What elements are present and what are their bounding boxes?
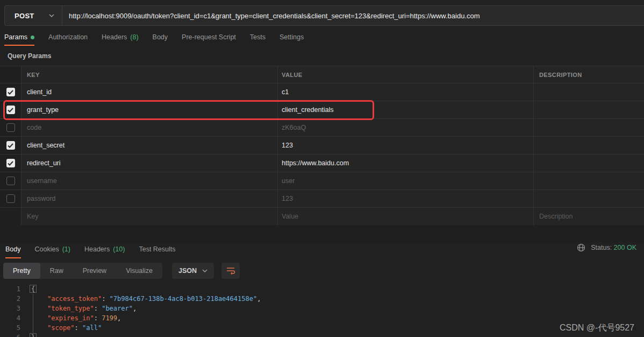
response-tab-cookies[interactable]: Cookies(1)	[35, 243, 70, 258]
query-params-label: Query Params	[8, 52, 51, 60]
code-line-5: 5"scope": "all"	[0, 323, 644, 333]
response-status: Status: 200 OK	[577, 243, 636, 252]
section-divider	[0, 225, 644, 242]
url-input[interactable]: http://localhost:9009/oauth/token?client…	[62, 6, 644, 25]
param-checkbox-checked[interactable]	[6, 141, 15, 150]
param-description-cell[interactable]	[534, 101, 644, 118]
param-description-cell[interactable]	[534, 190, 644, 207]
tab-label: Body	[153, 33, 168, 41]
line-number: 1	[0, 284, 20, 294]
url-text: http://localhost:9009/oauth/token?client…	[69, 12, 480, 20]
param-value-cell[interactable]: https://www.baidu.com	[278, 155, 534, 172]
tab-label: Headers	[102, 33, 127, 41]
chevron-down-icon	[49, 14, 54, 17]
code-line-1: 1{	[0, 284, 644, 294]
checkbox-cell	[0, 119, 22, 136]
line-number: 4	[0, 313, 20, 323]
tab-label: Settings	[280, 33, 304, 41]
code-content: "token_type": "bearer",	[47, 304, 137, 313]
param-checkbox-checked[interactable]	[6, 88, 15, 96]
fold-close-brace[interactable]: }	[30, 333, 37, 337]
response-view-bar: PrettyRawPreviewVisualize JSON	[3, 263, 240, 279]
response-tab-body[interactable]: Body	[5, 243, 21, 258]
chevron-down-icon	[202, 269, 207, 272]
header-description: DESCRIPTION	[534, 66, 644, 83]
param-value-cell[interactable]: 123	[278, 190, 534, 207]
tab-label: Test Results	[139, 245, 175, 253]
tab-settings[interactable]: Settings	[280, 32, 304, 46]
http-method-label: POST	[15, 12, 34, 20]
tab-headers[interactable]: Headers(8)	[102, 32, 139, 46]
param-description-cell[interactable]	[534, 119, 644, 136]
param-key-cell[interactable]: code	[22, 119, 278, 136]
header-value: VALUE	[278, 66, 534, 83]
code-line-2: 2"access_token": "7b984c67-138b-4ac8-b01…	[0, 294, 644, 304]
header-checkbox-cell	[0, 66, 22, 83]
checkbox-cell	[0, 190, 22, 207]
param-description-cell[interactable]	[534, 155, 644, 172]
tab-label: Params	[4, 33, 27, 41]
param-description-cell[interactable]	[534, 83, 644, 101]
param-key-cell[interactable]: client_secret	[22, 137, 278, 154]
param-description-cell[interactable]: Description	[534, 208, 644, 225]
fold-open-brace[interactable]: {	[30, 285, 37, 293]
format-select[interactable]: JSON	[172, 263, 214, 279]
wrap-lines-icon	[226, 267, 235, 275]
param-key-cell[interactable]: redirect_uri	[22, 155, 278, 172]
param-key-cell[interactable]: username	[22, 172, 278, 189]
request-tabs: ParamsAuthorizationHeaders(8)BodyPre-req…	[4, 32, 644, 47]
tab-count-badge: (10)	[113, 245, 125, 253]
param-row-username: usernameuser	[0, 172, 644, 190]
code-content: "expires_in": 7199,	[47, 313, 121, 323]
param-checkbox-checked[interactable]	[6, 106, 15, 114]
line-number: 3	[0, 304, 20, 313]
param-description-cell[interactable]	[534, 172, 644, 189]
param-key-cell[interactable]: grant_type	[22, 101, 278, 118]
param-row-code: codezK6oaQ	[0, 119, 644, 137]
globe-icon[interactable]	[577, 243, 585, 252]
tab-label: Pre-request Script	[182, 33, 236, 41]
checkbox-cell	[0, 83, 22, 101]
param-value-cell[interactable]: user	[278, 172, 534, 189]
response-tab-headers[interactable]: Headers(10)	[84, 243, 125, 258]
table-header-row: KEY VALUE DESCRIPTION	[0, 66, 644, 83]
checkbox-cell	[0, 101, 22, 118]
postman-window: POST http://localhost:9009/oauth/token?c…	[0, 0, 644, 337]
param-value-cell[interactable]: zK6oaQ	[278, 119, 534, 136]
checkbox-cell	[0, 137, 22, 154]
wrap-lines-button[interactable]	[221, 263, 240, 279]
view-tab-visualize[interactable]: Visualize	[116, 263, 162, 279]
param-description-cell[interactable]	[534, 137, 644, 154]
response-tab-test-results[interactable]: Test Results	[139, 243, 175, 258]
param-row-redirect-uri: redirect_urihttps://www.baidu.com	[0, 155, 644, 172]
param-key-cell[interactable]: Key	[22, 208, 278, 225]
checkbox-cell	[0, 155, 22, 172]
param-value-cell[interactable]: client_credentials	[278, 101, 534, 118]
format-label: JSON	[178, 267, 197, 275]
response-body-viewer[interactable]: 1{2"access_token": "7b984c67-138b-4ac8-b…	[0, 284, 644, 337]
param-row-grant-type: grant_typeclient_credentials	[0, 101, 644, 119]
status-value: 200 OK	[614, 244, 636, 251]
tab-label: Cookies	[35, 245, 59, 253]
tab-params[interactable]: Params	[4, 32, 34, 46]
view-tab-pretty[interactable]: Pretty	[3, 263, 40, 279]
param-key-cell[interactable]: client_id	[22, 83, 278, 101]
view-tab-preview[interactable]: Preview	[73, 263, 116, 279]
tab-tests[interactable]: Tests	[250, 32, 266, 46]
http-method-select[interactable]: POST	[5, 6, 62, 25]
param-checkbox-unchecked[interactable]	[6, 194, 15, 203]
param-row-password: password123	[0, 190, 644, 208]
code-content: "access_token": "7b984c67-138b-4ac8-b013…	[47, 294, 261, 304]
tab-authorization[interactable]: Authorization	[48, 32, 88, 46]
param-checkbox-unchecked[interactable]	[6, 177, 15, 185]
tab-pre-request-script[interactable]: Pre-request Script	[182, 32, 236, 46]
param-value-cell[interactable]: c1	[278, 83, 534, 101]
param-checkbox-unchecked[interactable]	[6, 123, 15, 132]
param-key-cell[interactable]: password	[22, 190, 278, 207]
param-value-cell[interactable]: Value	[278, 208, 534, 225]
param-checkbox-checked[interactable]	[6, 159, 15, 167]
tab-count-badge: (1)	[62, 245, 70, 253]
view-tab-raw[interactable]: Raw	[40, 263, 73, 279]
param-value-cell[interactable]: 123	[278, 137, 534, 154]
tab-body[interactable]: Body	[153, 32, 168, 46]
